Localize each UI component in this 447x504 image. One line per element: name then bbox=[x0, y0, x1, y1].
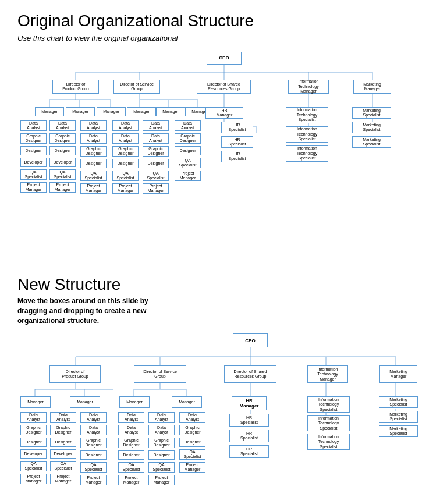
hr-spec3-new[interactable]: HRSpecialist bbox=[229, 445, 269, 458]
qa-p1m1: QASpecialist bbox=[20, 169, 47, 180]
info-tech-mgr-orig: InformationTechnology Manager bbox=[288, 80, 329, 94]
dev-p1m2: Developer bbox=[49, 158, 76, 167]
dir-product-new[interactable]: Director ofProduct Group bbox=[49, 365, 101, 383]
pm-ns1[interactable]: ProjectManager bbox=[118, 475, 144, 485]
da-p1m2: DataAnalyst bbox=[49, 120, 76, 131]
pm-ns2[interactable]: ProjectManager bbox=[148, 475, 175, 485]
da-np1m1[interactable]: DataAnalyst bbox=[20, 412, 47, 423]
da-ns2[interactable]: DataAnalyst bbox=[148, 412, 175, 423]
pm-np1m1[interactable]: ProjectManager bbox=[20, 474, 47, 484]
mkt-spec3-orig: MarketingSpecialist bbox=[352, 136, 391, 148]
da-s1: DataAnalyst bbox=[112, 120, 139, 131]
gd-p1m1: GraphicDesigner bbox=[20, 133, 47, 144]
page-title: Original Organizational Structure bbox=[17, 12, 430, 30]
mgr-s2-new[interactable]: Manager bbox=[172, 396, 202, 408]
pm-s2: ProjectManager bbox=[143, 183, 169, 194]
des-ns1[interactable]: Designer bbox=[118, 450, 144, 460]
dev-np1m1[interactable]: Developer bbox=[20, 449, 47, 459]
pm-np1m2[interactable]: ProjectManager bbox=[50, 474, 76, 484]
des-ns3[interactable]: Designer bbox=[179, 438, 205, 447]
da-np1m3[interactable]: DataAnalyst bbox=[80, 412, 107, 423]
pm-p1m2: ProjectManager bbox=[49, 182, 76, 193]
pm-p1m3: ProjectManager bbox=[80, 183, 107, 194]
original-org-section: CEO Director ofProduct Group Director of… bbox=[17, 52, 430, 226]
dev-p1m1: Developer bbox=[20, 158, 47, 167]
gd-np1m3[interactable]: GraphicDesigner bbox=[80, 438, 107, 448]
mgr-s2-orig: Manager bbox=[156, 107, 185, 116]
qa-np1m2[interactable]: QASpecialist bbox=[50, 461, 76, 471]
da2-ns2[interactable]: DataAnalyst bbox=[148, 425, 175, 435]
mkt-spec2-orig: MarketingSpecialist bbox=[352, 122, 391, 133]
da-p1m1: DataAnalyst bbox=[20, 120, 47, 131]
mgr-p3-orig: Manager bbox=[97, 107, 126, 116]
des-np1m2[interactable]: Designer bbox=[50, 438, 76, 447]
gd-ns2[interactable]: GraphicDesigner bbox=[148, 438, 175, 448]
des-s3: Designer bbox=[175, 146, 201, 155]
des-p1m3: Designer bbox=[80, 159, 107, 168]
gd-s1: GraphicDesigner bbox=[112, 146, 139, 157]
da2-np1m3[interactable]: DataAnalyst bbox=[80, 425, 107, 435]
marketing-mgr-orig: MarketingManager bbox=[353, 80, 391, 94]
mgr-s1-new[interactable]: Manager bbox=[119, 396, 150, 408]
mkt-spec1-new[interactable]: MarketingSpecialist bbox=[379, 396, 418, 408]
mgr-p1-orig: Manager bbox=[35, 107, 64, 116]
hr-spec3-orig: HRSpecialist bbox=[221, 151, 253, 162]
dev-np1m2[interactable]: Developer bbox=[50, 449, 76, 459]
des-np1m3[interactable]: Designer bbox=[80, 450, 107, 460]
dir-service-new[interactable]: Director of ServiceGroup bbox=[134, 365, 186, 383]
des-p1m1: Designer bbox=[20, 146, 47, 155]
subtitle: Use this chart to view the original orga… bbox=[17, 34, 430, 42]
da-p1m3: DataAnalyst bbox=[80, 120, 107, 131]
new-desc: Move the boxes around on this slide by d… bbox=[17, 296, 157, 325]
dir-shared-new[interactable]: Director of SharedResources Group bbox=[224, 365, 276, 383]
info-tech-mgr-new[interactable]: InformationTechnology Manager bbox=[307, 365, 348, 383]
it-spec1-new[interactable]: InformationTechnologySpecialist bbox=[307, 396, 350, 413]
gd-np1m1[interactable]: GraphicDesigner bbox=[20, 425, 47, 435]
da2-ns1[interactable]: DataAnalyst bbox=[118, 425, 144, 435]
qa-p1m3: QASpecialist bbox=[80, 171, 107, 181]
des-s2: Designer bbox=[143, 159, 169, 168]
da-ns1[interactable]: DataAnalyst bbox=[118, 412, 144, 423]
ceo-node-orig: CEO bbox=[207, 52, 242, 65]
it-spec1-orig: InformationTechnologySpecialist bbox=[286, 107, 328, 123]
qa-p1m2: QASpecialist bbox=[49, 169, 76, 180]
des-np1m1[interactable]: Designer bbox=[20, 438, 47, 447]
hr-mgr-new[interactable]: HRManager bbox=[232, 396, 267, 410]
gd-ns1[interactable]: GraphicDesigner bbox=[118, 438, 144, 448]
qa-np1m3[interactable]: QASpecialist bbox=[80, 462, 107, 473]
qa-ns1[interactable]: QASpecialist bbox=[118, 462, 144, 473]
gd-np1m2[interactable]: GraphicDesigner bbox=[50, 425, 76, 435]
mkt-spec2-new[interactable]: MarketingSpecialist bbox=[379, 411, 418, 423]
it-spec2-new[interactable]: InformationTechnologySpecialist bbox=[307, 415, 350, 431]
ceo-node-new[interactable]: CEO bbox=[233, 333, 268, 347]
hr-spec1-new[interactable]: HRSpecialist bbox=[229, 414, 269, 427]
mgr-s1-orig: Manager bbox=[127, 107, 156, 116]
mgr-p2-orig: Manager bbox=[66, 107, 95, 116]
dir-shared-orig: Director of SharedResources Group bbox=[197, 80, 251, 94]
mgr-p1-new[interactable]: Manager bbox=[20, 396, 51, 408]
dir-service-orig: Director of ServiceGroup bbox=[113, 80, 160, 94]
pm-s3: ProjectManager bbox=[175, 171, 201, 181]
qa-ns3[interactable]: QASpecialist bbox=[179, 449, 205, 460]
qa-np1m1[interactable]: QASpecialist bbox=[20, 461, 47, 471]
qa-s3: QASpecialist bbox=[175, 158, 201, 168]
da-np1m2[interactable]: DataAnalyst bbox=[50, 412, 76, 423]
pm-np1m3[interactable]: ProjectManager bbox=[80, 475, 107, 485]
hr-mgr-orig: HRManager bbox=[205, 107, 243, 119]
gd-p1m3: GraphicDesigner bbox=[80, 146, 107, 157]
da-ns3[interactable]: DataAnalyst bbox=[179, 412, 205, 423]
gd-ns3[interactable]: GraphicDesigner bbox=[179, 425, 205, 435]
mkt-spec3-new[interactable]: MarketingSpecialist bbox=[379, 425, 418, 437]
pm-ns3[interactable]: ProjectManager bbox=[179, 462, 205, 473]
des-ns2[interactable]: Designer bbox=[148, 450, 175, 460]
mkt-spec1-orig: MarketingSpecialist bbox=[352, 107, 391, 119]
marketing-mgr-new[interactable]: MarketingManager bbox=[379, 365, 417, 383]
hr-spec2-new[interactable]: HRSpecialist bbox=[229, 430, 269, 442]
mgr-p2-new[interactable]: Manager bbox=[70, 396, 100, 408]
gd-s3: GraphicDesigner bbox=[175, 133, 201, 144]
pm-s1: ProjectManager bbox=[112, 183, 139, 194]
it-spec3-new[interactable]: InformationTechnologySpecialist bbox=[307, 434, 350, 450]
qa-s1: QASpecialist bbox=[112, 171, 139, 181]
qa-ns2[interactable]: QASpecialist bbox=[148, 462, 175, 473]
des-p1m2: Designer bbox=[49, 146, 76, 155]
